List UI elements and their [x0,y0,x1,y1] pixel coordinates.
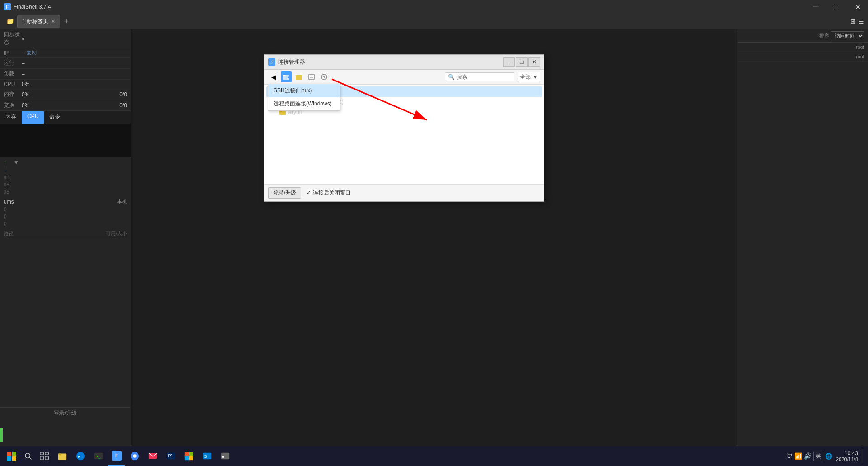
swap-extra: 0/0 [119,102,127,109]
taskbar-explorer-icon[interactable] [54,446,71,466]
svg-rect-41 [185,452,189,456]
tab-nav-folder[interactable]: 📁 [4,15,16,28]
svg-rect-5 [309,74,314,80]
tab-1[interactable]: 1 新标签页 ✕ [17,15,60,28]
tab-1-close[interactable]: ✕ [51,19,55,24]
toolbar-edit-btn[interactable] [306,71,317,82]
load-dash: – [22,71,25,77]
clock-date: 2020/11/8 [836,456,858,462]
mem-row: 内存 0% 0/0 [0,89,131,100]
main-layout: 同步状态 ● IP – 复制 运行 – 负载 – CPU 0% 内存 0% 0/… [0,29,868,446]
cpu-chart [0,124,131,157]
svg-rect-43 [185,456,189,460]
wifi-icon[interactable]: 🌐 [825,453,832,460]
svg-rect-20 [7,452,11,456]
dialog-search-box[interactable]: 🔍 [445,72,514,81]
svg-rect-44 [189,456,193,460]
dialog-maximize[interactable]: □ [516,57,528,67]
app-title: FinalShell 3.7.4 [14,4,51,10]
dialog-window-controls: ─ □ ✕ [503,57,540,67]
connection-manager-dialog: 🔗 连接管理器 ─ □ ✕ ◀ + [264,54,544,202]
dropdown-item-ssh[interactable]: SSH连接(Linux) [268,84,340,97]
latency-label: 本机 [117,198,127,205]
sync-row: 同步状态 ● [0,29,131,48]
toolbar-new-folder-btn[interactable]: + [281,71,292,82]
toolbar-back-btn[interactable]: ◀ [268,71,279,82]
green-bar [0,428,3,442]
net-zero-3: 0 [0,220,131,228]
close-after-connect-checkbox[interactable]: ✓ 连接后关闭窗口 [307,189,350,197]
taskbar-finalshell-icon[interactable]: F [108,446,125,466]
toolbar-add-btn[interactable] [319,71,330,82]
svg-text:>_: >_ [96,454,101,459]
taskbar-app-icons: e >_ F [54,446,233,466]
taskbar-right: 🛡 📶 🔊 英 🌐 10:43 2020/11/8 [786,448,864,464]
net-bar-6b: 6B [4,182,9,187]
search-input[interactable] [457,74,511,80]
taskbar-chrome-icon[interactable] [127,446,143,466]
run-label: 运行 [4,59,22,67]
dialog-titlebar: 🔗 连接管理器 ─ □ ✕ [264,55,544,70]
tabbar-right-icons: ⊞ ☰ [850,18,864,25]
taskbar-search[interactable] [20,448,36,464]
dialog-close[interactable]: ✕ [528,57,540,67]
minimize-button[interactable]: ─ [806,0,826,14]
sort-dropdown[interactable]: 访问时间 [831,31,864,40]
filter-dropdown[interactable]: 全部 ▼ [518,72,540,82]
add-tab-button[interactable]: + [61,16,72,27]
disk-path-label: 路径 [4,230,14,237]
close-button[interactable]: ✕ [847,0,868,14]
content-area: 🔗 连接管理器 ─ □ ✕ ◀ + [133,29,737,446]
taskbar-terminal-icon[interactable]: >_ [90,446,107,466]
sidebar-upgrade[interactable]: 登录/升级 [0,407,131,419]
filter-chevron-icon: ▼ [533,74,538,80]
svg-rect-21 [12,452,16,456]
svg-rect-31 [58,454,61,456]
taskbar-clock[interactable]: 10:43 2020/11/8 [836,450,858,462]
taskbar-store-icon[interactable] [181,446,197,466]
sidebar: 同步状态 ● IP – 复制 运行 – 负载 – CPU 0% 内存 0% 0/… [0,29,131,446]
list-view-button[interactable]: ☰ [859,18,864,25]
shield-icon[interactable]: 🛡 [786,452,793,460]
start-button[interactable] [4,448,20,464]
grid-view-button[interactable]: ⊞ [850,18,856,25]
filter-label: 全部 [520,73,531,81]
svg-line-25 [29,457,31,459]
taskbar-edge-icon[interactable]: e [72,446,89,466]
network-section: ↑ ▼ ↓ 9B 6B 3B [0,157,131,197]
checkbox-label: ✓ 连接后关闭窗口 [307,189,350,197]
maximize-button[interactable]: □ [826,0,847,14]
mem-extra: 0/0 [119,91,127,98]
taskview-button[interactable] [36,446,52,466]
svg-point-37 [133,454,136,457]
disk-header: 路径 可用/大小 [4,229,127,238]
dialog-toolbar: ◀ + 🔍 [264,70,544,85]
cpu-row: CPU 0% [0,80,131,89]
dropdown-item-rdp[interactable]: 远程桌面连接(Windows) [268,97,340,110]
cpu-value: 0% [22,81,29,87]
svg-text:+: + [288,76,290,80]
volume-icon[interactable]: 🔊 [804,452,811,460]
taskbar-mail-icon[interactable] [145,446,161,466]
svg-rect-4 [296,75,298,76]
taskbar-container-icon[interactable]: ■ [217,446,233,466]
copy-ip-button[interactable]: 复制 [27,49,37,56]
svg-rect-26 [40,452,43,455]
taskbar-vscode-icon[interactable]: S [199,446,215,466]
svg-point-24 [25,453,30,458]
toolbar-folder-btn[interactable] [293,71,304,82]
inner-tab-cpu[interactable]: CPU [22,111,44,124]
network-icon[interactable]: 📶 [794,452,802,460]
dialog-overlay: 🔗 连接管理器 ─ □ ✕ ◀ + [133,29,737,446]
dialog-minimize[interactable]: ─ [503,57,515,67]
inner-tab-memory[interactable]: 内存 [0,111,22,124]
up-arrow-icon: ↑ [4,159,10,166]
inner-tab-command[interactable]: 命令 [44,111,66,124]
taskbar-powershell-icon[interactable]: PS [163,446,179,466]
sync-dot: ● [22,36,24,41]
clock-time: 10:43 [836,450,858,456]
dialog-title: 连接管理器 [278,58,503,66]
show-desktop-button[interactable] [862,448,864,464]
footer-login-btn[interactable]: 登录/升级 [268,187,301,199]
language-indicator[interactable]: 英 [813,452,823,461]
